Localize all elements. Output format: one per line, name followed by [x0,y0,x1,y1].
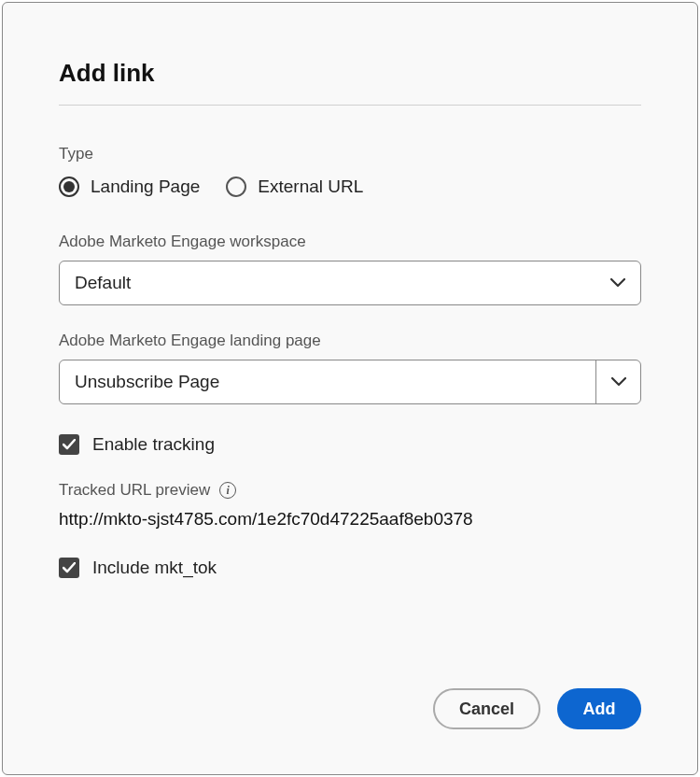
check-icon [63,562,76,573]
include-mkt-tok-checkbox[interactable] [59,558,79,578]
divider [59,105,641,106]
tracked-url-label-row: Tracked URL preview i [59,481,641,500]
landing-page-label: Adobe Marketo Engage landing page [59,332,641,350]
dialog-footer: Cancel Add [433,688,641,729]
chevron-down-icon [610,278,625,288]
add-link-dialog: Add link Type Landing Page External URL … [2,2,698,775]
enable-tracking-checkbox[interactable] [59,434,79,455]
type-radio-group: Landing Page External URL [59,177,641,197]
enable-tracking-label: Enable tracking [92,434,215,455]
enable-tracking-row: Enable tracking [59,434,641,455]
radio-landing-page-label: Landing Page [91,177,200,197]
landing-page-select[interactable]: Unsubscribe Page [59,360,641,404]
add-button[interactable]: Add [557,688,641,729]
include-mkt-tok-row: Include mkt_tok [59,558,641,578]
workspace-label: Adobe Marketo Engage workspace [59,233,641,251]
info-icon[interactable]: i [219,482,236,499]
cancel-button[interactable]: Cancel [433,688,540,729]
tracked-url-value: http://mkto-sjst4785.com/1e2fc70d47225aa… [59,509,641,530]
radio-selected-icon [59,177,79,197]
radio-external-url[interactable]: External URL [226,177,363,197]
radio-unselected-icon [226,177,246,197]
include-mkt-tok-label: Include mkt_tok [92,558,217,578]
landing-page-value: Unsubscribe Page [75,372,219,392]
landing-page-dropdown-button[interactable] [595,360,640,403]
type-label: Type [59,145,641,163]
check-icon [63,439,76,450]
radio-external-url-label: External URL [258,177,363,197]
tracked-url-label: Tracked URL preview [59,481,210,500]
workspace-select[interactable]: Default [59,261,641,305]
workspace-value: Default [75,273,131,293]
radio-landing-page[interactable]: Landing Page [59,177,200,197]
dialog-title: Add link [59,59,641,88]
chevron-down-icon [611,377,626,387]
